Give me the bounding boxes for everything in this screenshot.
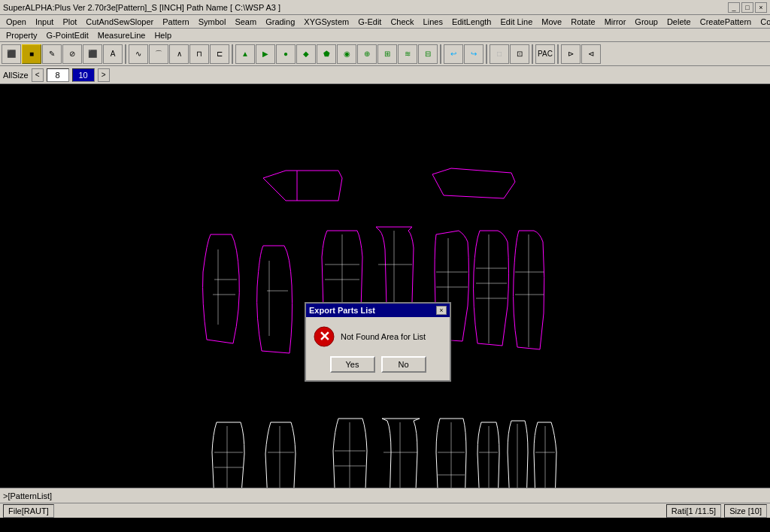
tool-btn-19[interactable]: ⊞ xyxy=(377,44,397,64)
tool-btn-24[interactable]: □ xyxy=(490,44,509,64)
menu-help[interactable]: Help xyxy=(150,30,176,41)
dialog-body: ✕ Not Found Area for List xyxy=(306,317,450,353)
ratio-info: Rati[1 /11.5] xyxy=(666,504,721,518)
menu-delete[interactable]: Delete xyxy=(662,17,696,27)
tool-btn-17[interactable]: ◉ xyxy=(337,44,356,64)
size-info: Size [10] xyxy=(724,504,767,518)
infobar: File[RAUT] Rati[1 /11.5] Size [10] xyxy=(0,503,770,518)
tool-btn-28[interactable]: ⊲ xyxy=(581,44,601,64)
menu-move[interactable]: Move xyxy=(537,17,566,27)
file-info: File[RAUT] xyxy=(3,504,54,518)
status-text: >[PatternList] xyxy=(3,491,767,500)
menu-group[interactable]: Group xyxy=(630,17,662,27)
titlebar-title: SuperALPHA:Plus Ver 2.70r3e[Pattern]_S [… xyxy=(3,3,280,12)
menu-input[interactable]: Input xyxy=(31,17,58,27)
close-button[interactable]: × xyxy=(755,2,767,13)
tool-btn-22[interactable]: ↩ xyxy=(444,44,463,64)
tool-btn-3[interactable]: ✎ xyxy=(42,44,62,64)
dialog-yes-button[interactable]: Yes xyxy=(330,356,375,373)
maximize-button[interactable]: □ xyxy=(741,2,753,13)
tool-btn-4[interactable]: ⊘ xyxy=(62,44,82,64)
minimize-button[interactable]: _ xyxy=(728,2,740,13)
statusbar: >[PatternList] xyxy=(0,488,770,503)
sizebar: AllSize < > xyxy=(0,66,770,84)
menu-gpointedit[interactable]: G-PointEdit xyxy=(42,30,93,41)
dialog-no-button[interactable]: No xyxy=(381,356,426,373)
menu-symbol[interactable]: Symbol xyxy=(194,17,231,27)
tool-btn-2[interactable]: ■ xyxy=(22,44,41,64)
tool-btn-18[interactable]: ⊕ xyxy=(357,44,377,64)
tool-btn-23[interactable]: ↪ xyxy=(464,44,484,64)
menu-copy[interactable]: Copy xyxy=(756,17,770,27)
tool-btn-15[interactable]: ◆ xyxy=(296,44,316,64)
menubar-row2: Property G-PointEdit MeasureLine Help xyxy=(0,29,770,42)
tool-btn-14[interactable]: ● xyxy=(276,44,296,64)
dialog-close-button[interactable]: × xyxy=(436,306,447,315)
allsize-label: AllSize xyxy=(3,71,29,80)
tool-btn-10[interactable]: ⊓ xyxy=(189,44,209,64)
size-input-1[interactable] xyxy=(47,68,69,82)
menu-createpattern[interactable]: CreatePattern xyxy=(696,17,756,27)
tool-btn-7[interactable]: ∿ xyxy=(129,44,148,64)
menubar-row1: Open Input Plot CutAndSewSloper Pattern … xyxy=(0,15,770,29)
size-next-button[interactable]: > xyxy=(98,68,110,82)
menu-seam[interactable]: Seam xyxy=(230,17,261,27)
tool-btn-16[interactable]: ⬟ xyxy=(317,44,336,64)
tool-btn-13[interactable]: ▶ xyxy=(256,44,275,64)
menu-cutandsewsloper[interactable]: CutAndSewSloper xyxy=(81,17,158,27)
tool-btn-21[interactable]: ⊟ xyxy=(418,44,438,64)
dialog-titlebar: Export Parts List × xyxy=(306,304,450,317)
svg-text:✕: ✕ xyxy=(319,329,330,344)
menu-grading[interactable]: Grading xyxy=(261,17,299,27)
tool-btn-25[interactable]: ⊡ xyxy=(510,44,529,64)
toolbar-separator-6 xyxy=(557,44,559,64)
dialog-title: Export Parts List xyxy=(309,306,375,315)
dialog-message: Not Found Area for List xyxy=(341,332,426,341)
tool-btn-5[interactable]: ⬛ xyxy=(83,44,102,64)
toolbar-separator-1 xyxy=(125,44,126,64)
menu-mirror[interactable]: Mirror xyxy=(600,17,631,27)
menu-check[interactable]: Check xyxy=(386,17,418,27)
tool-btn-27[interactable]: ⊳ xyxy=(561,44,581,64)
menu-property[interactable]: Property xyxy=(2,30,42,41)
tool-btn-6[interactable]: A xyxy=(103,44,123,64)
dialog-overlay: Export Parts List × ✕ Not Found Area for… xyxy=(0,84,770,488)
menu-plot[interactable]: Plot xyxy=(58,17,81,27)
size-input-2[interactable] xyxy=(72,68,95,82)
menu-xygsystem[interactable]: XYGSystem xyxy=(299,17,353,27)
tool-btn-8[interactable]: ⌒ xyxy=(149,44,168,64)
size-prev-button[interactable]: < xyxy=(32,68,44,82)
tool-btn-26[interactable]: PAC xyxy=(535,44,555,64)
canvas-area[interactable]: Export Parts List × ✕ Not Found Area for… xyxy=(0,84,770,488)
menu-rotate[interactable]: Rotate xyxy=(566,17,599,27)
menu-lines[interactable]: Lines xyxy=(419,17,447,27)
toolbar-separator-5 xyxy=(532,44,533,64)
tool-btn-9[interactable]: ∧ xyxy=(169,44,189,64)
menu-gedit[interactable]: G-Edit xyxy=(353,17,386,27)
menu-editlength[interactable]: EditLength xyxy=(447,17,496,27)
tool-btn-11[interactable]: ⊏ xyxy=(210,44,229,64)
menu-pattern[interactable]: Pattern xyxy=(158,17,193,27)
menu-open[interactable]: Open xyxy=(2,17,31,27)
titlebar-controls: _ □ × xyxy=(728,2,767,13)
toolbar: ⬛ ■ ✎ ⊘ ⬛ A ∿ ⌒ ∧ ⊓ ⊏ ▲ ▶ ● ◆ ⬟ ◉ ⊕ ⊞ ≋ … xyxy=(0,42,770,66)
toolbar-separator-4 xyxy=(486,44,487,64)
tool-btn-20[interactable]: ≋ xyxy=(398,44,417,64)
menu-editline[interactable]: Edit Line xyxy=(496,17,537,27)
tool-btn-1[interactable]: ⬛ xyxy=(2,44,21,64)
dialog-buttons: Yes No xyxy=(306,353,450,380)
menu-measureline[interactable]: MeasureLine xyxy=(93,30,150,41)
tool-btn-12[interactable]: ▲ xyxy=(235,44,255,64)
error-icon: ✕ xyxy=(314,326,335,347)
toolbar-separator-3 xyxy=(440,44,441,64)
toolbar-separator-2 xyxy=(232,44,233,64)
titlebar: SuperALPHA:Plus Ver 2.70r3e[Pattern]_S [… xyxy=(0,0,770,15)
export-dialog: Export Parts List × ✕ Not Found Area for… xyxy=(305,302,451,382)
